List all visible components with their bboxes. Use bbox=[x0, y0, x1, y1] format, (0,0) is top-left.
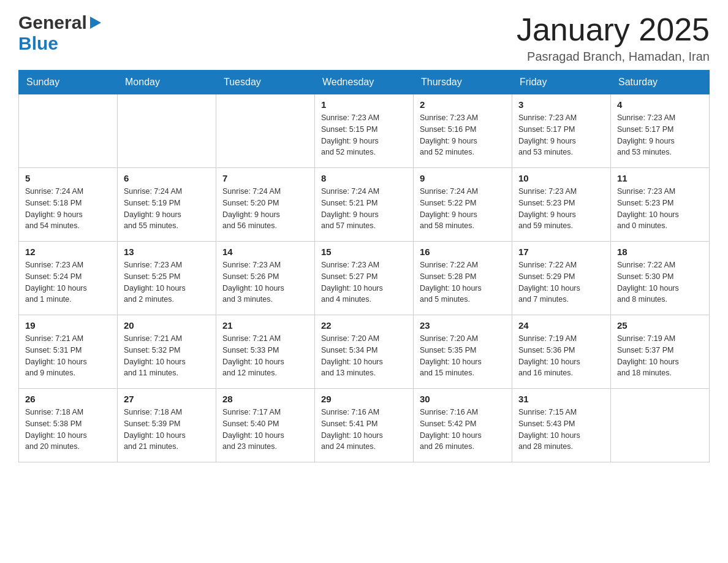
day-number: 30 bbox=[420, 394, 506, 404]
calendar-cell: 13Sunrise: 7:23 AMSunset: 5:25 PMDayligh… bbox=[118, 242, 216, 315]
calendar-cell: 30Sunrise: 7:16 AMSunset: 5:42 PMDayligh… bbox=[414, 389, 512, 462]
calendar-cell: 17Sunrise: 7:22 AMSunset: 5:29 PMDayligh… bbox=[512, 242, 611, 315]
calendar-cell: 21Sunrise: 7:21 AMSunset: 5:33 PMDayligh… bbox=[216, 315, 315, 389]
calendar-cell: 20Sunrise: 7:21 AMSunset: 5:32 PMDayligh… bbox=[118, 315, 216, 389]
day-info: Sunrise: 7:24 AMSunset: 5:20 PMDaylight:… bbox=[222, 186, 308, 232]
calendar-week-row: 5Sunrise: 7:24 AMSunset: 5:18 PMDaylight… bbox=[19, 168, 710, 242]
calendar-cell: 12Sunrise: 7:23 AMSunset: 5:24 PMDayligh… bbox=[19, 242, 118, 315]
calendar-cell: 6Sunrise: 7:24 AMSunset: 5:19 PMDaylight… bbox=[118, 168, 216, 242]
calendar-cell: 16Sunrise: 7:22 AMSunset: 5:28 PMDayligh… bbox=[414, 242, 512, 315]
calendar-cell: 31Sunrise: 7:15 AMSunset: 5:43 PMDayligh… bbox=[512, 389, 611, 462]
day-number: 23 bbox=[420, 320, 506, 331]
day-number: 15 bbox=[321, 247, 407, 257]
day-info: Sunrise: 7:20 AMSunset: 5:35 PMDaylight:… bbox=[420, 333, 506, 379]
day-info: Sunrise: 7:15 AMSunset: 5:43 PMDaylight:… bbox=[518, 407, 604, 453]
day-info: Sunrise: 7:24 AMSunset: 5:22 PMDaylight:… bbox=[420, 186, 506, 232]
day-info: Sunrise: 7:22 AMSunset: 5:30 PMDaylight:… bbox=[617, 259, 703, 305]
subtitle: Pasragad Branch, Hamadan, Iran bbox=[517, 50, 710, 64]
day-number: 12 bbox=[25, 247, 111, 257]
calendar-cell: 26Sunrise: 7:18 AMSunset: 5:38 PMDayligh… bbox=[19, 389, 118, 462]
weekday-header-sunday: Sunday bbox=[19, 71, 118, 94]
day-number: 3 bbox=[518, 99, 604, 110]
weekday-header-friday: Friday bbox=[512, 71, 611, 94]
day-info: Sunrise: 7:23 AMSunset: 5:23 PMDaylight:… bbox=[518, 186, 604, 232]
weekday-header-wednesday: Wednesday bbox=[315, 71, 414, 94]
day-number: 21 bbox=[222, 320, 308, 331]
calendar-cell: 9Sunrise: 7:24 AMSunset: 5:22 PMDaylight… bbox=[414, 168, 512, 242]
weekday-header-thursday: Thursday bbox=[414, 71, 512, 94]
logo-general: General bbox=[18, 12, 87, 33]
day-info: Sunrise: 7:18 AMSunset: 5:39 PMDaylight:… bbox=[124, 407, 210, 453]
logo-blue: Blue bbox=[18, 33, 58, 53]
calendar-cell: 5Sunrise: 7:24 AMSunset: 5:18 PMDaylight… bbox=[19, 168, 118, 242]
day-number: 26 bbox=[25, 394, 111, 404]
day-info: Sunrise: 7:23 AMSunset: 5:27 PMDaylight:… bbox=[321, 259, 407, 305]
day-info: Sunrise: 7:16 AMSunset: 5:42 PMDaylight:… bbox=[420, 407, 506, 453]
day-info: Sunrise: 7:21 AMSunset: 5:31 PMDaylight:… bbox=[25, 333, 111, 379]
day-info: Sunrise: 7:23 AMSunset: 5:25 PMDaylight:… bbox=[124, 259, 210, 305]
day-info: Sunrise: 7:19 AMSunset: 5:36 PMDaylight:… bbox=[518, 333, 604, 379]
logo: General Blue bbox=[18, 12, 101, 54]
calendar-cell bbox=[118, 94, 216, 168]
weekday-header-monday: Monday bbox=[118, 71, 216, 94]
day-info: Sunrise: 7:24 AMSunset: 5:19 PMDaylight:… bbox=[124, 186, 210, 232]
day-info: Sunrise: 7:24 AMSunset: 5:18 PMDaylight:… bbox=[25, 186, 111, 232]
day-number: 24 bbox=[518, 320, 604, 331]
day-number: 13 bbox=[124, 247, 210, 257]
logo-triangle-icon bbox=[88, 14, 101, 31]
page-header: General Blue January 2025 Pasragad Branc… bbox=[18, 12, 710, 64]
calendar-header-row: SundayMondayTuesdayWednesdayThursdayFrid… bbox=[19, 71, 710, 94]
day-number: 6 bbox=[124, 173, 210, 183]
day-number: 31 bbox=[518, 394, 604, 404]
calendar-week-row: 12Sunrise: 7:23 AMSunset: 5:24 PMDayligh… bbox=[19, 242, 710, 315]
calendar-cell: 25Sunrise: 7:19 AMSunset: 5:37 PMDayligh… bbox=[611, 315, 710, 389]
day-number: 2 bbox=[420, 99, 506, 110]
day-info: Sunrise: 7:18 AMSunset: 5:38 PMDaylight:… bbox=[25, 407, 111, 453]
calendar-cell: 29Sunrise: 7:16 AMSunset: 5:41 PMDayligh… bbox=[315, 389, 414, 462]
day-number: 9 bbox=[420, 173, 506, 183]
day-info: Sunrise: 7:23 AMSunset: 5:16 PMDaylight:… bbox=[420, 112, 506, 158]
day-info: Sunrise: 7:24 AMSunset: 5:21 PMDaylight:… bbox=[321, 186, 407, 232]
day-info: Sunrise: 7:22 AMSunset: 5:28 PMDaylight:… bbox=[420, 259, 506, 305]
day-number: 7 bbox=[222, 173, 308, 183]
calendar-cell: 28Sunrise: 7:17 AMSunset: 5:40 PMDayligh… bbox=[216, 389, 315, 462]
calendar-cell: 14Sunrise: 7:23 AMSunset: 5:26 PMDayligh… bbox=[216, 242, 315, 315]
calendar-week-row: 26Sunrise: 7:18 AMSunset: 5:38 PMDayligh… bbox=[19, 389, 710, 462]
calendar-cell: 24Sunrise: 7:19 AMSunset: 5:36 PMDayligh… bbox=[512, 315, 611, 389]
calendar-cell: 19Sunrise: 7:21 AMSunset: 5:31 PMDayligh… bbox=[19, 315, 118, 389]
day-info: Sunrise: 7:23 AMSunset: 5:15 PMDaylight:… bbox=[321, 112, 407, 158]
day-info: Sunrise: 7:22 AMSunset: 5:29 PMDaylight:… bbox=[518, 259, 604, 305]
day-info: Sunrise: 7:21 AMSunset: 5:33 PMDaylight:… bbox=[222, 333, 308, 379]
day-number: 18 bbox=[617, 247, 703, 257]
svg-marker-0 bbox=[90, 17, 101, 29]
weekday-header-tuesday: Tuesday bbox=[216, 71, 315, 94]
day-number: 8 bbox=[321, 173, 407, 183]
calendar-cell: 10Sunrise: 7:23 AMSunset: 5:23 PMDayligh… bbox=[512, 168, 611, 242]
day-info: Sunrise: 7:23 AMSunset: 5:26 PMDaylight:… bbox=[222, 259, 308, 305]
calendar-cell: 3Sunrise: 7:23 AMSunset: 5:17 PMDaylight… bbox=[512, 94, 611, 168]
day-info: Sunrise: 7:23 AMSunset: 5:17 PMDaylight:… bbox=[518, 112, 604, 158]
day-number: 1 bbox=[321, 99, 407, 110]
calendar-cell: 23Sunrise: 7:20 AMSunset: 5:35 PMDayligh… bbox=[414, 315, 512, 389]
day-number: 27 bbox=[124, 394, 210, 404]
day-number: 4 bbox=[617, 99, 703, 110]
calendar-cell: 15Sunrise: 7:23 AMSunset: 5:27 PMDayligh… bbox=[315, 242, 414, 315]
calendar-week-row: 19Sunrise: 7:21 AMSunset: 5:31 PMDayligh… bbox=[19, 315, 710, 389]
calendar-cell: 7Sunrise: 7:24 AMSunset: 5:20 PMDaylight… bbox=[216, 168, 315, 242]
day-number: 11 bbox=[617, 173, 703, 183]
calendar-cell bbox=[216, 94, 315, 168]
day-info: Sunrise: 7:23 AMSunset: 5:24 PMDaylight:… bbox=[25, 259, 111, 305]
calendar-cell: 4Sunrise: 7:23 AMSunset: 5:17 PMDaylight… bbox=[611, 94, 710, 168]
day-number: 14 bbox=[222, 247, 308, 257]
day-number: 25 bbox=[617, 320, 703, 331]
day-info: Sunrise: 7:19 AMSunset: 5:37 PMDaylight:… bbox=[617, 333, 703, 379]
day-info: Sunrise: 7:16 AMSunset: 5:41 PMDaylight:… bbox=[321, 407, 407, 453]
day-number: 10 bbox=[518, 173, 604, 183]
day-number: 28 bbox=[222, 394, 308, 404]
calendar-cell bbox=[611, 389, 710, 462]
day-number: 5 bbox=[25, 173, 111, 183]
calendar-cell: 8Sunrise: 7:24 AMSunset: 5:21 PMDaylight… bbox=[315, 168, 414, 242]
calendar-table: SundayMondayTuesdayWednesdayThursdayFrid… bbox=[18, 70, 710, 462]
day-number: 19 bbox=[25, 320, 111, 331]
day-number: 16 bbox=[420, 247, 506, 257]
